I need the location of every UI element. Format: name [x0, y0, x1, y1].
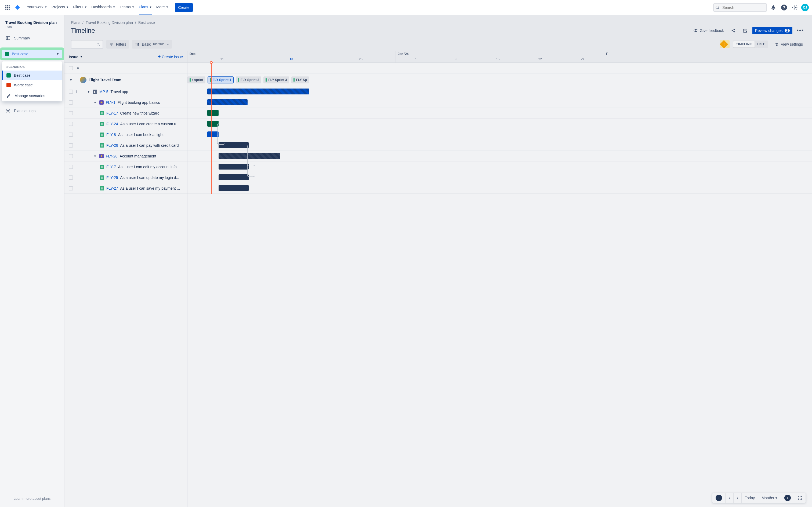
row-checkbox[interactable] [69, 100, 73, 105]
give-feedback-button[interactable]: Give feedback [691, 26, 726, 35]
nav-item-more[interactable]: More▼ [154, 0, 171, 15]
nav-item-dashboards[interactable]: Dashboards▼ [89, 0, 117, 15]
row-checkbox[interactable] [69, 143, 73, 148]
help-icon[interactable]: ? [780, 3, 789, 12]
scenario-option-best-case[interactable]: Best case [2, 70, 62, 80]
gantt-bar[interactable] [207, 131, 218, 137]
gantt-bar[interactable] [218, 185, 249, 191]
issue-key[interactable]: FLY-8 [106, 132, 116, 137]
nav-item-filters[interactable]: Filters▼ [71, 0, 89, 15]
row-checkbox[interactable] [69, 165, 73, 169]
issue-column-header[interactable]: Issue ▼ [69, 55, 83, 59]
scenario-option-worst-case[interactable]: Worst case [2, 80, 62, 90]
nav-item-projects[interactable]: Projects▼ [49, 0, 71, 15]
issue-row[interactable]: ▮FLY-17Create new trips wizard [64, 108, 187, 119]
issue-key[interactable]: FLY-26 [106, 143, 118, 148]
calendar-button[interactable]: + [741, 26, 750, 35]
expand-icon[interactable]: ▼ [69, 78, 73, 81]
row-checkbox[interactable] [69, 122, 73, 126]
sidebar-item-plan-settings[interactable]: Plan settings [2, 106, 62, 116]
select-all-checkbox[interactable] [69, 66, 73, 70]
issue-key[interactable]: FLY-25 [106, 175, 118, 180]
breadcrumb-item[interactable]: Travel Booking Division plan [86, 20, 133, 25]
issue-row[interactable]: ▮FLY-8As I user I can book a flight [64, 129, 187, 140]
avatar[interactable]: CJ [801, 4, 809, 11]
breadcrumb-item[interactable]: Best case [138, 20, 155, 25]
issue-key[interactable]: FLY-7 [106, 165, 116, 169]
issue-row[interactable]: 1▼◧MP-5Travel app [64, 87, 187, 97]
issue-key[interactable]: FLY-1 [106, 100, 115, 105]
gantt-bar[interactable] [207, 99, 248, 105]
issue-row[interactable]: ▮FLY-27As a user I can save my payment .… [64, 183, 187, 194]
share-button[interactable] [729, 26, 738, 35]
breadcrumb-item[interactable]: Plans [71, 20, 80, 25]
row-checkbox[interactable] [69, 90, 73, 94]
row-checkbox[interactable] [69, 132, 73, 137]
nav-item-teams[interactable]: Teams▼ [118, 0, 137, 15]
zoom-unit-dropdown[interactable]: Months ▼ [758, 493, 781, 503]
sprint-pill[interactable]: FLY Sp [291, 76, 309, 83]
review-changes-button[interactable]: Review changes 2 [752, 27, 793, 34]
legend-button[interactable]: i [781, 493, 794, 503]
notifications-icon[interactable] [769, 3, 778, 12]
tab-list[interactable]: LIST [755, 41, 767, 48]
gantt-bar[interactable] [218, 174, 249, 180]
fullscreen-button[interactable] [794, 493, 806, 503]
gantt-bar[interactable] [218, 153, 280, 159]
gantt-bar[interactable] [207, 110, 218, 116]
search-input[interactable] [713, 3, 767, 12]
scroll-back-button[interactable]: › [712, 493, 725, 503]
issue-key[interactable]: FLY-24 [106, 122, 118, 126]
next-button[interactable]: › [733, 493, 742, 503]
gantt-bar[interactable] [207, 121, 218, 127]
issue-row[interactable]: ▮FLY-26As a user I can pay with credit c… [64, 140, 187, 151]
row-checkbox[interactable] [69, 111, 73, 115]
expand-icon[interactable]: ▼ [93, 155, 97, 158]
issue-row[interactable]: ▼⚡FLY-1Flight booking app basics [64, 97, 187, 108]
row-checkbox[interactable] [69, 154, 73, 158]
gantt-bar[interactable] [207, 89, 309, 95]
filters-button[interactable]: Filters [106, 40, 129, 49]
app-switcher-icon[interactable] [3, 3, 12, 12]
gantt-bar[interactable] [218, 164, 249, 170]
issue-row[interactable]: ▮FLY-25As a user I can update my login d… [64, 172, 187, 183]
prev-button[interactable]: ‹ [725, 493, 733, 503]
sprint-pill[interactable]: FLY Sprint 2 [236, 76, 261, 83]
scenario-dropdown-button[interactable]: Best case ▼ [2, 50, 62, 58]
more-menu-button[interactable]: ••• [795, 26, 806, 35]
view-settings-button[interactable]: View settings [771, 40, 806, 48]
expand-icon[interactable]: ▼ [93, 101, 97, 104]
issue-key[interactable]: MP-5 [99, 90, 108, 94]
nav-item-your-work[interactable]: Your work▼ [25, 0, 49, 15]
issue-row[interactable]: ▮FLY-24As a user I can create a custom u… [64, 119, 187, 129]
issue-key[interactable]: FLY-27 [106, 186, 118, 190]
scenario-color-swatch [6, 83, 11, 87]
tab-timeline[interactable]: TIMELINE [733, 41, 755, 48]
expand-icon[interactable]: ▼ [87, 90, 91, 93]
settings-icon[interactable] [791, 3, 799, 12]
filter-mode-button[interactable]: Basic EDITED ▼ [132, 40, 172, 49]
issue-key[interactable]: FLY-17 [106, 111, 118, 115]
global-search[interactable] [713, 3, 767, 12]
create-issue-button[interactable]: + Create issue [158, 54, 183, 60]
issue-row[interactable]: ▮FLY-7As I user I can edit my account in… [64, 162, 187, 172]
nav-item-plans[interactable]: Plans▼ [137, 0, 154, 15]
row-checkbox[interactable] [69, 186, 73, 190]
learn-more-link[interactable]: Learn more about plans [2, 493, 62, 504]
sprint-pill[interactable]: FLY Sprint 3 [263, 76, 289, 83]
sprint-pill[interactable]: t sprint [188, 76, 205, 83]
row-checkbox[interactable] [69, 175, 73, 180]
team-row[interactable]: ▼ Flight Travel Team [64, 73, 187, 87]
warning-icon[interactable]: ! [720, 40, 729, 48]
today-button[interactable]: Today [742, 493, 758, 503]
issue-search[interactable] [71, 40, 103, 49]
jira-logo-icon[interactable] [14, 4, 21, 11]
create-button[interactable]: Create [175, 3, 193, 12]
sidebar-item-summary[interactable]: Summary [2, 33, 62, 43]
scenario-color-swatch [5, 52, 9, 56]
issue-row[interactable]: ▼⚡FLY-28Account management [64, 151, 187, 162]
svg-line-10 [732, 31, 734, 32]
gantt-bar[interactable] [218, 142, 249, 148]
issue-key[interactable]: FLY-28 [106, 154, 118, 158]
manage-scenarios-item[interactable]: Manage scenarios [2, 90, 62, 101]
